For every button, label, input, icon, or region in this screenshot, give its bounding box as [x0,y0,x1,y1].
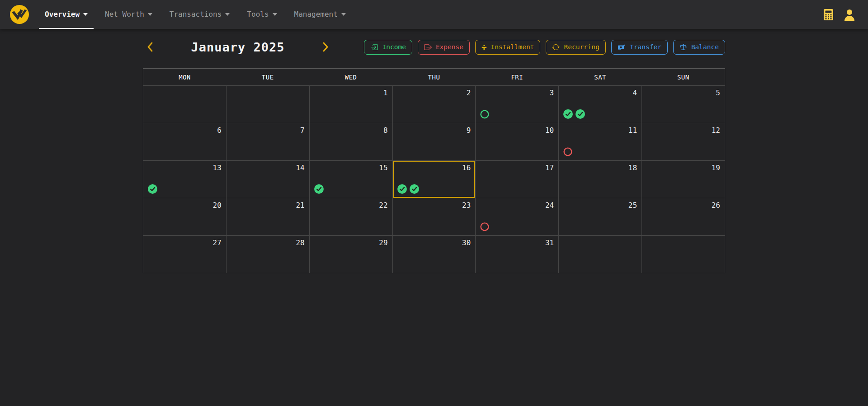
nav-item-label: Overview [45,10,80,19]
day-number: 29 [379,238,387,247]
day-cell-16[interactable]: 16 [392,161,476,198]
day-number: 28 [296,238,304,247]
day-cell-20[interactable]: 20 [143,198,226,236]
day-cell-6[interactable]: 6 [143,123,226,161]
day-cell-empty[interactable] [642,236,725,273]
day-cell-21[interactable]: 21 [226,198,309,236]
prev-month-button[interactable] [143,40,157,54]
transaction-markers [397,184,419,194]
day-number: 10 [545,126,554,135]
navbar-right [823,9,859,21]
transaction-markers [314,184,324,194]
day-cell-24[interactable]: 24 [476,198,559,236]
divide-icon: ÷ [481,43,486,51]
day-number: 13 [213,163,222,172]
day-number: 4 [632,89,637,97]
day-number: 24 [545,201,554,210]
day-cell-26[interactable]: 26 [642,198,725,236]
logo-icon [9,4,30,25]
weekday-header-row: MON TUE WED THU FRI SAT SUN [143,69,725,86]
calendar-week-row: 13 1415 16 171819 [143,161,725,198]
transaction-markers [480,222,489,231]
nav-item-net-worth[interactable]: Net Worth [99,0,158,29]
legend-label: Recurring [564,43,599,51]
day-number: 17 [545,163,554,172]
day-cell-14[interactable]: 14 [226,161,309,198]
completed-transaction-icon [397,184,407,194]
completed-transaction-icon [410,184,419,194]
day-cell-7[interactable]: 7 [226,123,309,161]
legend-label: Balance [691,43,719,51]
month-navigation: January 2025 [143,40,333,54]
day-cell-empty[interactable] [143,86,226,123]
day-cell-empty[interactable] [226,86,309,123]
legend-expense-button[interactable]: Expense [418,40,470,55]
day-number: 22 [379,201,387,210]
day-cell-19[interactable]: 19 [642,161,725,198]
day-cell-empty[interactable] [559,236,642,273]
day-number: 19 [712,163,720,172]
balance-scale-icon [679,43,687,51]
day-cell-5[interactable]: 5 [642,86,725,123]
day-number: 2 [467,89,471,97]
app-logo[interactable] [9,4,30,25]
day-cell-12[interactable]: 12 [642,123,725,161]
day-number: 18 [628,163,637,172]
completed-transaction-icon [314,184,324,194]
day-cell-22[interactable]: 22 [309,198,392,236]
transaction-markers [563,109,585,119]
legend-label: Transfer [630,43,661,51]
legend-recurring-button[interactable]: Recurring [546,40,606,55]
day-cell-9[interactable]: 9 [392,123,476,161]
day-cell-27[interactable]: 27 [143,236,226,273]
day-cell-4[interactable]: 4 [559,86,642,123]
day-cell-8[interactable]: 8 [309,123,392,161]
day-cell-17[interactable]: 17 [476,161,559,198]
completed-transaction-icon [563,109,573,119]
day-cell-13[interactable]: 13 [143,161,226,198]
day-cell-30[interactable]: 30 [392,236,476,273]
day-cell-23[interactable]: 23 [392,198,476,236]
day-cell-18[interactable]: 18 [559,161,642,198]
day-number: 6 [217,126,222,135]
user-icon [844,9,855,21]
legend-income-button[interactable]: Income [364,40,412,55]
day-cell-2[interactable]: 2 [392,86,476,123]
weekday-header: SUN [642,69,725,86]
transaction-markers [480,110,489,119]
day-number: 23 [462,201,471,210]
top-navbar: Overview Net Worth Transactions Tools Ma… [0,0,868,29]
legend-installment-button[interactable]: ÷ Installment [475,40,540,55]
legend-balance-button[interactable]: Balance [673,40,725,55]
weekday-header: MON [143,69,226,86]
day-cell-31[interactable]: 31 [476,236,559,273]
chevron-left-icon [146,42,154,52]
day-number: 20 [213,201,222,210]
next-month-button[interactable] [318,40,333,54]
nav-item-transactions[interactable]: Transactions [164,0,236,29]
day-cell-10[interactable]: 10 [476,123,559,161]
transaction-markers [563,147,572,156]
weekday-header: SAT [559,69,642,86]
pending-expense-icon [480,222,489,231]
day-number: 25 [628,201,637,210]
day-cell-11[interactable]: 11 [559,123,642,161]
day-cell-15[interactable]: 15 [309,161,392,198]
day-number: 15 [379,163,387,172]
nav-item-overview[interactable]: Overview [39,0,94,29]
day-cell-28[interactable]: 28 [226,236,309,273]
nav-item-label: Transactions [170,10,222,19]
day-cell-3[interactable]: 3 [476,86,559,123]
legend-transfer-button[interactable]: Transfer [611,40,668,55]
day-cell-29[interactable]: 29 [309,236,392,273]
calendar-week-row: 2728293031 [143,236,725,273]
profile-button[interactable] [844,9,855,21]
cash-transfer-icon [618,43,626,51]
pending-expense-icon [563,147,572,156]
calendar-header: January 2025 Income Expense [143,38,725,56]
day-cell-1[interactable]: 1 [309,86,392,123]
nav-item-management[interactable]: Management [288,0,352,29]
calculator-button[interactable] [823,9,834,21]
nav-item-tools[interactable]: Tools [241,0,283,29]
day-cell-25[interactable]: 25 [559,198,642,236]
